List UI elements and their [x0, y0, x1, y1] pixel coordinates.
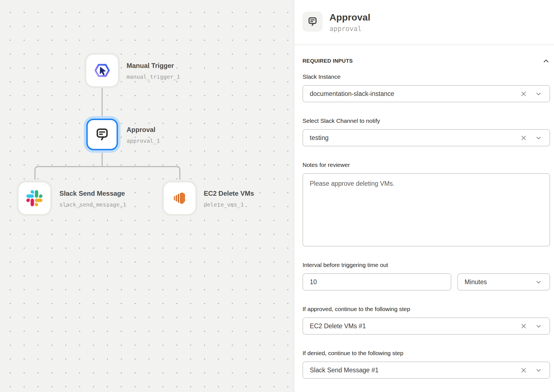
- node-label-slack-send-message: Slack Send Message slack_send_message_1: [59, 189, 126, 208]
- field-slack-instance: Slack Instance documentation-slack-insta…: [303, 73, 550, 102]
- chevron-up-icon: [542, 57, 550, 65]
- panel-body: REQUIRED INPUTS Slack Instance documenta…: [294, 45, 554, 379]
- dropdown-toggle[interactable]: [533, 132, 544, 143]
- selected-value: Slack Send Message #1: [310, 366, 518, 374]
- section-title: REQUIRED INPUTS: [303, 58, 353, 64]
- node-title: EC2 Delete VMs: [204, 189, 254, 198]
- field-label: If approved, continue to the following s…: [303, 306, 550, 312]
- clear-button[interactable]: [518, 320, 529, 332]
- manual-trigger-icon: [94, 62, 111, 79]
- field-label: Interval before triggering time out: [303, 262, 550, 268]
- node-manual-trigger[interactable]: [86, 55, 118, 86]
- clear-x-icon: [520, 322, 527, 330]
- required-inputs-section-header: REQUIRED INPUTS: [303, 57, 550, 65]
- node-id: approval_1: [127, 137, 160, 144]
- node-id: slack_send_message_1: [59, 201, 126, 208]
- notes-text: Please approve deleting VMs.: [310, 179, 543, 188]
- chevron-down-icon: [535, 366, 542, 374]
- ec2-icon: [171, 190, 188, 207]
- panel-subtitle: approval: [329, 25, 370, 33]
- node-title: Approval: [127, 126, 160, 134]
- node-id: manual_trigger_1: [127, 73, 180, 80]
- config-panel: Approval approval REQUIRED INPUTS Slack …: [294, 0, 554, 392]
- interval-value-input[interactable]: 10: [303, 273, 451, 291]
- dropdown-toggle[interactable]: [533, 320, 544, 332]
- node-ec2-delete-vms[interactable]: [164, 182, 195, 214]
- slack-icon: [26, 190, 42, 206]
- chevron-down-icon: [535, 322, 542, 330]
- selected-value: testing: [310, 134, 518, 142]
- dropdown-toggle[interactable]: [533, 276, 544, 287]
- field-if-denied: If denied, continue to the following ste…: [303, 350, 550, 379]
- chevron-down-icon: [535, 278, 542, 286]
- collapse-section-button[interactable]: [542, 57, 550, 65]
- clear-x-icon: [520, 134, 527, 142]
- node-label-manual-trigger: Manual Trigger manual_trigger_1: [127, 62, 180, 80]
- notes-textarea[interactable]: Please approve deleting VMs.: [303, 173, 550, 246]
- panel-header-text: Approval approval: [329, 12, 370, 33]
- clear-button[interactable]: [518, 132, 529, 143]
- selected-value: documentation-slack-instance: [310, 90, 518, 98]
- dropdown-toggle[interactable]: [533, 365, 544, 376]
- interval-row: 10 Minutes: [303, 273, 550, 291]
- slack-channel-select[interactable]: testing: [303, 129, 550, 146]
- field-interval: Interval before triggering time out 10 M…: [303, 262, 550, 291]
- slack-instance-select[interactable]: documentation-slack-instance: [303, 85, 550, 102]
- panel-title: Approval: [329, 12, 370, 23]
- node-id: delete_vms_1: [204, 201, 254, 208]
- selected-value: Minutes: [465, 278, 533, 286]
- interval-unit-select[interactable]: Minutes: [457, 273, 550, 291]
- clear-x-icon: [520, 366, 527, 374]
- field-label: Notes for reviewer: [303, 162, 550, 168]
- node-label-ec2-delete-vms: EC2 Delete VMs delete_vms_1: [204, 189, 254, 208]
- if-approved-select[interactable]: EC2 Delete VMs #1: [303, 317, 550, 335]
- node-approval[interactable]: [86, 119, 118, 150]
- panel-header: Approval approval: [294, 0, 554, 45]
- field-if-approved: If approved, continue to the following s…: [303, 306, 550, 335]
- selected-value: EC2 Delete VMs #1: [310, 322, 518, 330]
- field-label: Slack Instance: [303, 73, 550, 80]
- chevron-down-icon: [535, 90, 542, 98]
- clear-button[interactable]: [518, 88, 529, 99]
- clear-button[interactable]: [518, 365, 529, 376]
- node-slack-send-message[interactable]: [19, 182, 50, 214]
- chevron-down-icon: [535, 134, 542, 142]
- approval-icon: [303, 12, 323, 32]
- if-denied-select[interactable]: Slack Send Message #1: [303, 362, 550, 379]
- dropdown-toggle[interactable]: [533, 88, 544, 99]
- field-label: If denied, continue to the following ste…: [303, 350, 550, 357]
- node-label-approval: Approval approval_1: [127, 126, 160, 144]
- clear-x-icon: [520, 90, 527, 98]
- field-label: Select Slack Channel to notify: [303, 118, 550, 124]
- field-notes: Notes for reviewer Please approve deleti…: [303, 162, 550, 246]
- field-slack-channel: Select Slack Channel to notify testing: [303, 118, 550, 146]
- approval-icon: [94, 126, 110, 142]
- node-title: Manual Trigger: [127, 62, 180, 70]
- node-title: Slack Send Message: [59, 189, 126, 198]
- workflow-canvas[interactable]: Manual Trigger manual_trigger_1 Approval…: [0, 0, 294, 392]
